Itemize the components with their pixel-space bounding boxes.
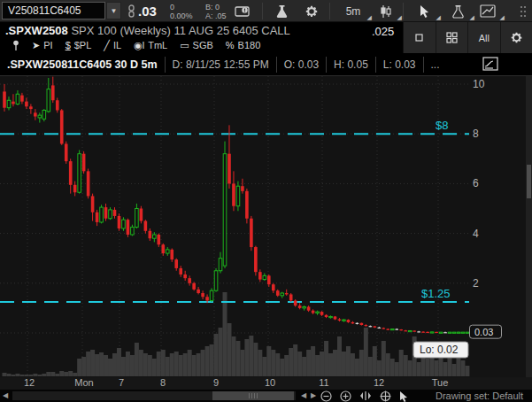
right-scrollbar[interactable] <box>526 76 532 377</box>
chart-date: D: 8/11/25 12:55 PM <box>165 57 276 73</box>
time-axis-label: 11 <box>319 377 328 388</box>
scroll-left-icon[interactable]: ◀ <box>3 391 8 399</box>
settings-gear-button[interactable] <box>500 22 532 53</box>
bid-value: B: 0 <box>205 3 220 12</box>
chevron-down-icon: ◢ <box>436 14 441 21</box>
time-axis-label: Mon <box>74 377 93 388</box>
price-axis-label: 6 <box>473 177 479 189</box>
gridlines <box>0 76 469 377</box>
ask-value: A: .05 <box>205 12 227 20</box>
chevron-down-icon: ◢ <box>470 14 474 21</box>
drawing-tool-tml[interactable]: ◉lTmL <box>134 40 167 51</box>
dollar-icon: $ <box>66 40 71 50</box>
drawing-tool-label: TmL <box>148 40 167 50</box>
time-axis: 12Mon789101112Tue <box>0 377 532 390</box>
zoom-in-icon[interactable] <box>340 390 351 402</box>
price-axis-label: 8 <box>473 128 479 140</box>
price-axis[interactable]: 1086420.03 <box>470 78 502 338</box>
price-axis-label: 4 <box>473 228 479 240</box>
link-icon[interactable] <box>126 0 136 22</box>
all-button[interactable]: All <box>467 22 500 53</box>
last-price: .03 <box>138 0 157 22</box>
time-axis-label: 12 <box>374 377 384 388</box>
bid-ask-block: B: 0 A: .05 <box>205 0 227 22</box>
circle-bar-icon: ◉l <box>134 40 144 51</box>
zoom-out-icon[interactable] <box>320 390 332 402</box>
layout-buttons: All <box>403 22 532 53</box>
analysis-flask-icon[interactable]: ◢ <box>446 0 469 22</box>
chevron-down-icon: ◢ <box>367 14 372 21</box>
chart-high: H: 0.05 <box>326 57 375 73</box>
step-left-icon[interactable]: ◀ <box>301 391 306 399</box>
time-axis-label: 12 <box>24 377 35 388</box>
percent-icon: % <box>226 40 235 50</box>
slash-icon: ╱ <box>104 40 110 51</box>
drawing-tool-label: B180 <box>238 40 261 50</box>
drawing-tool-pi[interactable]: ➤PI <box>32 40 53 51</box>
chart-type-candle-icon[interactable]: ◢ <box>375 0 397 22</box>
pin-icon <box>12 40 19 51</box>
timeframe-dropdown[interactable]: 5m◢ <box>340 0 366 22</box>
price-level-label: $1.25 <box>421 287 451 300</box>
change-block: 0 0.00% <box>170 0 193 22</box>
price-chart[interactable]: $8$1.251086420.03Lo: 0.02 <box>0 76 532 377</box>
chart-title: .SPXW250811C6405 30 D 5m <box>0 57 165 73</box>
symbol-description: .SPXW2508 SPX 100 (Weeklys) 11 AUG 25 64… <box>5 24 290 37</box>
drawing-tool-sgb[interactable]: ▭SGB <box>180 40 213 51</box>
drawing-tool-pin[interactable] <box>12 40 19 51</box>
low-tooltip: Lo: 0.02 <box>413 342 468 358</box>
drawing-set-label[interactable]: Drawing set: Default <box>436 390 523 401</box>
top-toolbar: V250811C6405 ▼ .03 0 0.00% B: 0 A: .05 5 <box>0 0 532 22</box>
candles <box>3 77 468 334</box>
studies-flask-icon[interactable] <box>271 0 292 22</box>
drag-handle-icon[interactable] <box>517 0 529 22</box>
chart-more: ... <box>423 57 447 73</box>
single-cell-button[interactable] <box>404 22 436 53</box>
chart-scrollbar-thumb[interactable] <box>212 391 294 400</box>
symbol-code: .SPXW2508 <box>5 24 68 37</box>
symbol-description-text: SPX 100 (Weeklys) 11 AUG 25 6405 CALL <box>71 24 289 37</box>
cursor-tool-icon[interactable]: ◢ <box>412 0 436 22</box>
chart-open: O: 0.03 <box>276 57 326 73</box>
drawing-tool-il[interactable]: ╱IL <box>104 40 121 51</box>
drawings-icon[interactable]: ◢ <box>476 0 499 22</box>
symbol-input[interactable]: V250811C6405 <box>2 2 105 19</box>
time-axis-label: 9 <box>213 377 219 388</box>
pointer-mode-icon[interactable] <box>399 390 409 402</box>
drawing-tool-label: IL <box>113 40 121 50</box>
pointer-icon: ➤ <box>32 40 40 51</box>
chart-style-icon[interactable] <box>482 57 498 71</box>
step-right-icon[interactable]: ▶ <box>311 391 316 399</box>
time-axis-label: Tue <box>432 377 449 388</box>
price-axis-label: 2 <box>473 277 479 290</box>
time-axis-label: 7 <box>119 377 124 388</box>
svg-text:Lo: 0.02: Lo: 0.02 <box>420 344 459 356</box>
bottom-bar: ◀ ◀ ▶ Drawing set: Default <box>0 390 532 402</box>
symbol-dropdown-button[interactable]: ▼ <box>106 2 121 19</box>
chart-low-value: L: 0.03 <box>375 57 423 73</box>
drawing-tool-label: SGB <box>193 40 213 50</box>
chevron-down-icon: ◢ <box>397 14 402 21</box>
time-axis-label: 10 <box>265 377 275 388</box>
news-icon[interactable] <box>232 0 251 22</box>
change-percent: 0.00% <box>170 12 193 20</box>
grid-layout-button[interactable] <box>436 22 468 53</box>
chart-scrollbar[interactable] <box>12 391 296 400</box>
change-value: 0 <box>170 3 174 12</box>
last-price-bubble-text: 0.03 <box>474 327 493 337</box>
crosshair-icon[interactable] <box>380 390 391 402</box>
chevron-down-icon: ◢ <box>500 14 505 21</box>
fit-width-icon[interactable] <box>359 390 372 401</box>
drawing-tool-label: $PL <box>74 40 92 50</box>
candlestick-chart: $8$1.251086420.03Lo: 0.02 <box>0 76 532 377</box>
price-alert-lines[interactable]: $8$1.25 <box>0 119 469 302</box>
chart-settings-gear-icon[interactable] <box>301 0 322 22</box>
trading-chart-window: V250811C6405 ▼ .03 0 0.00% B: 0 A: .05 5 <box>0 0 532 402</box>
drawing-tool-b180[interactable]: %B180 <box>226 40 260 50</box>
right-scrollbar-thumb[interactable] <box>527 165 531 198</box>
drawing-tool-$pl[interactable]: $$PL <box>66 40 92 50</box>
drawing-tool-label: PI <box>43 40 52 50</box>
chart-header: .SPXW250811C6405 30 D 5m D: 8/11/25 12:5… <box>0 53 532 76</box>
drawing-tools-bar: ➤PI$$PL╱IL◉lTmL▭SGB%B180 <box>12 38 260 52</box>
volume-bars <box>3 292 470 376</box>
